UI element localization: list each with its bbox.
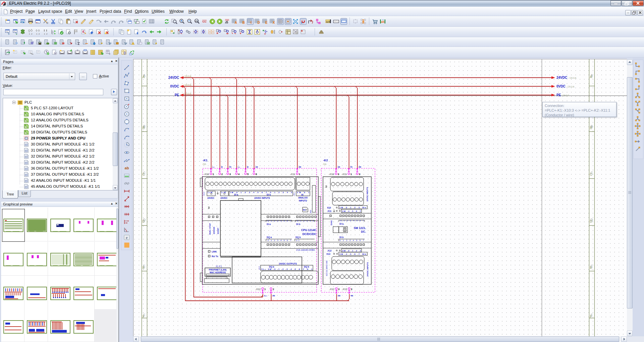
svg-text:/ 29.0:A: / 29.0:A [184,93,192,95]
svg-text:ERROR: ERROR [213,227,215,234]
svg-text:1M .0 .1 .2 .3 .4 .5 .6 .7 .0: 1M .0 .1 .2 .3 .4 .5 .6 .7 .0 .1 .2 .3 .… [230,191,292,193]
svg-text:24VDC INPUTS: 24VDC INPUTS [366,187,368,202]
svg-text:AI: AI [301,193,304,196]
svg-text:D: D [142,220,145,223]
svg-text:1M: 1M [337,166,340,168]
svg-text:A: A [590,75,592,79]
svg-text:M: M [221,166,223,168]
svg-text:6ES7221-1BH32-0XB0: 6ES7221-1BH32-0XB0 [326,260,328,276]
svg-text:-X10: -X10 [329,173,334,176]
svg-text:/10.: /10. [203,163,207,165]
svg-text:DQ b: DQ b [296,236,301,239]
svg-text:24VDC: 24VDC [207,197,214,199]
svg-text:-X13: -X13 [342,288,347,291]
svg-text:.0 .1 .2 .3 .4 .5 .6 .7: .0 .1 .2 .3 .4 .5 .6 .7 [267,239,291,241]
svg-text:1: 1 [351,173,352,176]
svg-text:1L+: 1L+ [264,295,267,297]
svg-text:X13: X13 [326,253,330,255]
svg-text:1: 1 [299,173,300,176]
svg-text:PE: PE [556,93,561,97]
svg-text:C: C [590,173,592,176]
svg-text:DC/DC/DC: DC/DC/DC [302,232,316,236]
svg-text:4M: 4M [351,295,353,297]
svg-text:1M: 1M [255,166,258,168]
svg-text:E: E [143,266,145,270]
svg-text:PE: PE [175,93,179,97]
svg-text:-X11: -X11 [290,173,295,176]
svg-text:Rx/ Tx: Rx/ Tx [212,255,218,258]
svg-text:LINK: LINK [212,250,217,253]
svg-text:FE: FE [229,166,231,168]
svg-text:X50: X50 [310,210,312,213]
svg-text:MC: MC [303,209,306,211]
svg-text:1: 1 [36,33,38,35]
svg-text:-K2: -K2 [323,159,328,162]
svg-text:2: 2 [273,288,274,291]
svg-text:0VDC: 0VDC [556,84,566,88]
svg-text:B: B [590,126,592,130]
svg-text:2M: 2M [359,166,361,168]
svg-text:0VDC: 0VDC [170,84,179,88]
svg-text:-X10: -X10 [204,173,209,176]
svg-text:DI a: DI a [267,223,271,225]
svg-text:X10: X10 [203,192,205,195]
svg-text:DI a.: DI a. [339,223,344,225]
svg-text:L+ M: L+ M [221,191,226,193]
svg-text:.0 .1 .2 .3 .4 .5 .6 .7: .0 .1 .2 .3 .4 .5 .6 .7 [339,220,364,222]
svg-text:3: 3 [338,288,339,291]
svg-text:X12: X12 [258,266,260,270]
svg-text:24VDC: 24VDC [220,197,227,199]
svg-text:DI b: DI b [362,253,366,255]
svg-text:ANALOG: ANALOG [298,196,308,199]
svg-text:ab: ab [125,166,129,170]
svg-text:.X12: .X12 [327,249,332,252]
svg-text:-X12: -X12 [329,288,334,291]
svg-text:L+: L+ [238,166,240,168]
svg-text:DQ a: DQ a [269,266,274,268]
svg-text:RUN / STOP: RUN / STOP [209,223,211,235]
svg-text:4: 4 [238,173,240,176]
svg-text:A: A [235,21,237,24]
svg-text:1: 1 [44,33,45,35]
svg-text:X: X [273,21,275,24]
svg-text:F: F [143,315,145,319]
svg-text:24VDC: 24VDC [168,76,179,79]
svg-text:3: 3 [338,173,339,176]
svg-text:24VDC OUTPUTS: 24VDC OUTPUTS [279,263,297,265]
svg-text:2: 2 [31,33,33,35]
svg-text:DI a: DI a [234,193,238,196]
svg-text:2: 2 [39,33,40,35]
svg-text:/ 29.0:A: / 29.0:A [562,94,570,97]
svg-text:214-1AG40-0XB0.: 214-1AG40-0XB0. [296,249,315,251]
svg-text:2: 2 [46,33,48,35]
svg-text:F: F [590,315,592,319]
svg-text:CPU 1214C: CPU 1214C [301,228,316,232]
svg-text:A: A [143,75,145,79]
svg-text:e: e [126,235,128,240]
svg-text:100: 100 [195,20,198,22]
svg-text:X11: X11 [293,192,295,195]
svg-text:C: C [142,173,145,176]
svg-text:24VDC: 24VDC [556,76,567,79]
svg-text:2M: 2M [299,166,301,168]
svg-text:MAINT: MAINT [217,228,219,234]
svg-text:3: 3 [351,288,352,291]
svg-text:123: 123 [326,20,330,23]
svg-text:3: 3 [359,173,360,176]
svg-text:6: 6 [256,173,257,176]
svg-text:DI b: DI b [339,236,343,238]
svg-text:2M: 2M [272,295,275,297]
svg-text:B: B [242,21,245,24]
svg-text:D: D [590,220,592,223]
svg-text:C: C [250,21,252,24]
svg-text:5: 5 [247,173,249,176]
svg-text:.X11: .X11 [327,210,331,212]
svg-text:DI a: DI a [362,207,366,209]
svg-text:2: 2 [221,173,223,176]
svg-text:DQ b: DQ b [304,266,309,268]
svg-text:B: B [143,126,145,130]
svg-text:D: D [258,21,260,24]
svg-text:24VDC INPUTS: 24VDC INPUTS [367,262,369,277]
svg-text:DI b: DI b [296,223,300,225]
svg-text:/14.: /14. [323,163,327,165]
